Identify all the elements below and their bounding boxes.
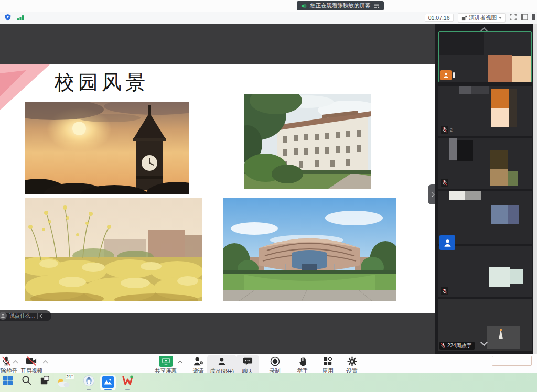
participant-name-tag: 224周政宇 [439, 342, 475, 350]
participant-video[interactable] [438, 138, 532, 189]
security-shield-icon[interactable] [4, 14, 12, 23]
invite-person-icon [193, 356, 203, 366]
share-screen-icon [159, 356, 173, 366]
raise-hand-icon [298, 356, 307, 366]
weather-widget[interactable]: 21° [56, 375, 77, 390]
participant-name-partial: 2 [450, 127, 453, 133]
search-icon[interactable] [19, 375, 33, 390]
participants-sidebar: 2 224周政宇 [435, 24, 533, 354]
photo-clock-tower-sunset [25, 102, 189, 194]
banner-menu-icon[interactable] [374, 3, 380, 8]
photo-campus-building [244, 94, 371, 189]
avatar-person-badge-icon [439, 235, 455, 250]
chat-avatar-icon [0, 312, 7, 320]
apps-grid-icon [323, 356, 332, 366]
participant-name: 224周政宇 [447, 342, 472, 350]
quickbar-divider [37, 313, 38, 319]
mic-muted-icon [441, 343, 446, 349]
participant-video-active-speaker[interactable] [438, 31, 532, 82]
settings-button[interactable]: 设置 [337, 356, 367, 375]
shared-screen-area: 校园风景 [0, 24, 435, 354]
tencent-meeting-app-icon[interactable] [100, 375, 116, 390]
share-screen-button[interactable]: 共享屏幕 [151, 356, 180, 375]
windows-taskbar: 21° [0, 373, 537, 392]
photo-flower-field [25, 198, 202, 301]
chevron-right-icon [429, 192, 434, 197]
record-icon [270, 356, 280, 366]
watching-banner: 您正在观看张秋敏的屏幕 [297, 1, 384, 10]
meeting-duration: 01:07:16 [425, 14, 454, 22]
running-indicator-active [104, 389, 112, 391]
meeting-window-toolbar: 01:07:16 演讲者视图 [0, 12, 537, 24]
gear-icon [347, 356, 357, 366]
mic-muted-icon [441, 179, 448, 187]
network-signal-icon[interactable] [17, 14, 24, 23]
speaker-view-icon [461, 15, 467, 21]
side-panel-toggle-icon[interactable] [521, 13, 528, 23]
chat-bubble-icon [243, 356, 253, 367]
running-indicator [87, 389, 91, 391]
participant-video[interactable]: 2 [438, 86, 532, 136]
meeting-bottom-toolbar: 解除静音 开启视频 共享屏幕 邀请 成员(99+) 聊天 [0, 354, 537, 373]
start-button[interactable] [1, 375, 15, 390]
partial-edge-icon [532, 13, 535, 23]
speaking-level-bar [453, 72, 455, 78]
photo-round-building [223, 198, 396, 301]
tower-photo-shape [497, 329, 504, 339]
desktop-edge-strip [533, 24, 537, 354]
watching-banner-text: 您正在观看张秋敏的屏幕 [310, 2, 371, 9]
start-video-button[interactable]: 开启视频 [17, 356, 46, 375]
mic-muted-icon [441, 126, 448, 134]
members-person-icon [217, 356, 227, 367]
wps-office-app-icon[interactable] [121, 375, 134, 390]
desktop-top-strip: 您正在观看张秋敏的屏幕 [0, 0, 537, 12]
record-button[interactable]: 录制 [260, 356, 289, 375]
chat-quick-input[interactable]: 说点什么... [0, 310, 51, 321]
chevron-left-icon[interactable] [40, 313, 44, 318]
chat-quick-placeholder: 说点什么... [9, 312, 35, 320]
fullscreen-icon[interactable] [510, 13, 517, 23]
speaking-person-badge-icon [440, 70, 452, 80]
weather-temperature: 21° [66, 374, 74, 379]
circular-app-icon[interactable] [82, 375, 95, 390]
task-view-icon[interactable] [38, 375, 51, 390]
sidebar-collapse-handle[interactable] [428, 184, 435, 204]
presentation-slide: 校园风景 [0, 64, 435, 313]
end-meeting-button-outline[interactable] [492, 356, 532, 366]
slide-title: 校园风景 [55, 69, 149, 96]
mic-muted-icon [1, 356, 12, 366]
camera-off-icon [26, 356, 37, 366]
mic-muted-icon [441, 287, 448, 295]
chevron-down-icon [499, 17, 502, 19]
view-mode-selector[interactable]: 演讲者视图 [458, 13, 506, 23]
view-mode-label: 演讲者视图 [469, 14, 497, 21]
participant-video[interactable] [438, 246, 532, 297]
participant-video[interactable] [438, 191, 532, 244]
running-indicator [125, 389, 130, 391]
audio-speaker-icon [301, 3, 307, 9]
